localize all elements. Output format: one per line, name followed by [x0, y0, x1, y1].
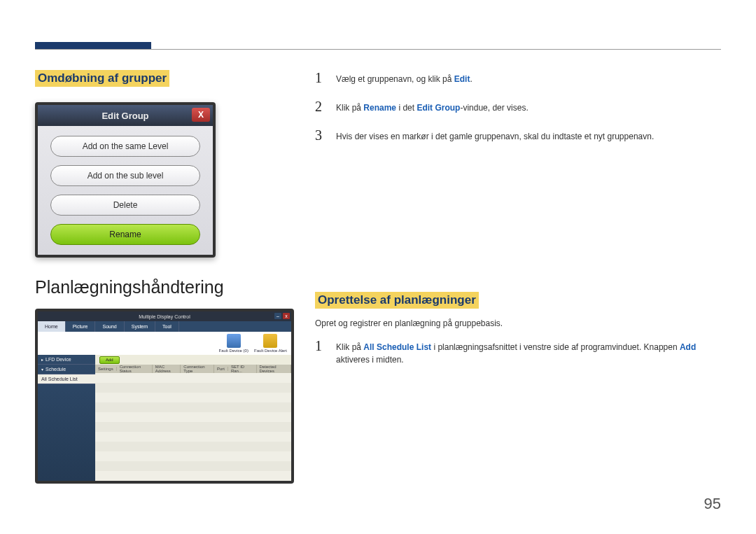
add-same-level-button[interactable]: Add on the same Level — [50, 136, 200, 157]
dialog-body: Add on the same Level Add on the sub lev… — [38, 126, 213, 255]
sidebar-schedule-label: Schedule — [46, 367, 66, 372]
step-row: 2Klik på Rename i det Edit Group-vindue,… — [315, 99, 721, 115]
step-row: 1Klik på All Schedule List i planlægning… — [315, 338, 721, 366]
mdc-toolbar: Add — [95, 355, 291, 365]
sidebar-all-schedule-label: All Schedule List — [41, 377, 78, 381]
step-text: Hvis der vises en markør i det gamle gru… — [336, 127, 654, 143]
heading-schedule-management: Planlægningshåndtering — [35, 277, 294, 297]
step-row: 3Hvis der vises en markør i det gamle gr… — [315, 127, 721, 143]
step-number: 3 — [315, 127, 325, 143]
mdc-window-title: Multiple Display Control — [139, 314, 190, 319]
text-run: . — [470, 74, 472, 84]
step-number: 2 — [315, 99, 325, 115]
mdc-column-headers: Settings Connection Status MAC Address C… — [95, 365, 291, 373]
col-detected: Detected Devices — [257, 365, 291, 373]
col-connection-status: Connection Status — [117, 365, 153, 373]
sidebar-item-schedule[interactable]: ▾ Schedule — [38, 365, 95, 374]
dialog-title: Edit Group — [102, 111, 148, 121]
col-settings: Settings — [95, 367, 117, 371]
fault-alert-group: Fault Device Alert — [254, 334, 287, 353]
step-text: Vælg et gruppenavn, og klik på Edit. — [336, 70, 472, 85]
chevron-right-icon: ▸ — [41, 357, 43, 362]
mdc-tabs: Home Picture Sound System Tool — [38, 321, 291, 332]
close-icon: X — [198, 110, 204, 120]
section2-description: Opret og registrer en planlægning på gru… — [315, 318, 721, 328]
fault-device-group: Fault Device (0) — [219, 334, 248, 353]
edit-group-dialog: Edit Group X Add on the same Level Add o… — [35, 102, 216, 258]
steps-top: 1Vælg et gruppenavn, og klik på Edit.2Kl… — [315, 70, 721, 143]
mdc-titlebar: Multiple Display Control – x — [38, 311, 291, 321]
header-rule — [35, 49, 721, 50]
rename-button[interactable]: Rename — [50, 224, 200, 245]
step-text: Klik på Rename i det Edit Group-vindue, … — [336, 99, 528, 114]
text-run: aktiveres i midten. — [336, 355, 404, 365]
dialog-close-button[interactable]: X — [192, 108, 210, 122]
dialog-titlebar: Edit Group X — [38, 105, 213, 126]
col-conn-type: Connection Type — [181, 365, 214, 373]
mdc-tab-sound[interactable]: Sound — [95, 321, 124, 332]
delete-button[interactable]: Delete — [50, 195, 200, 216]
chevron-down-icon: ▾ — [41, 367, 43, 372]
mdc-sidebar: ▸ LFD Device ▾ Schedule All Schedule Lis… — [38, 355, 95, 481]
step-text: Klik på All Schedule List i planlægnings… — [336, 338, 721, 366]
highlighted-term: Edit Group — [416, 103, 460, 113]
col-port: Port — [214, 367, 228, 371]
mdc-ribbon: Fault Device (0) Fault Device Alert — [38, 332, 291, 355]
step-row: 1Vælg et gruppenavn, og klik på Edit. — [315, 70, 721, 86]
text-run: Hvis der vises en markør i det gamle gru… — [336, 132, 654, 141]
mdc-grid — [95, 373, 291, 481]
fault-device-icon — [227, 334, 241, 348]
step-number: 1 — [315, 70, 325, 86]
right-lower-block: Oprettelse af planlægninger Opret og reg… — [315, 292, 721, 366]
mdc-tab-picture[interactable]: Picture — [66, 321, 96, 332]
text-run: i det — [396, 103, 416, 113]
highlighted-term: Rename — [363, 103, 396, 113]
mdc-tab-home[interactable]: Home — [38, 321, 66, 332]
mdc-tab-tool[interactable]: Tool — [155, 321, 179, 332]
mdc-tab-system[interactable]: System — [125, 321, 155, 332]
text-run: Klik på — [336, 342, 363, 352]
section-title-rename-groups: Omdøbning af grupper — [35, 70, 169, 87]
fault-alert-icon — [263, 334, 277, 348]
mdc-main: Add Settings Connection Status MAC Addre… — [95, 355, 291, 481]
page-number: 95 — [704, 495, 721, 513]
add-sub-level-button[interactable]: Add on the sub level — [50, 165, 200, 186]
steps-bottom: 1Klik på All Schedule List i planlægning… — [315, 338, 721, 366]
step-number: 1 — [315, 338, 325, 354]
highlighted-term: Edit — [454, 74, 470, 84]
left-column: Omdøbning af grupper Edit Group X Add on… — [35, 70, 294, 484]
sidebar-item-lfd[interactable]: ▸ LFD Device — [38, 355, 95, 365]
mdc-body: ▸ LFD Device ▾ Schedule All Schedule Lis… — [38, 355, 291, 481]
right-column: 1Vælg et gruppenavn, og klik på Edit.2Kl… — [315, 70, 721, 379]
highlighted-term: All Schedule List — [363, 342, 431, 352]
highlighted-term: Add — [680, 342, 696, 352]
col-mac: MAC Address — [153, 365, 181, 373]
fault-device-label: Fault Device (0) — [219, 349, 248, 353]
mdc-screenshot: Multiple Display Control – x Home Pictur… — [35, 309, 294, 484]
fault-alert-label: Fault Device Alert — [254, 349, 287, 353]
add-button[interactable]: Add — [99, 356, 120, 364]
mdc-close-icon[interactable]: x — [283, 313, 290, 319]
text-run: Vælg et gruppenavn, og klik på — [336, 74, 454, 84]
sidebar-lfd-label: LFD Device — [46, 357, 71, 362]
text-run: -vindue, der vises. — [460, 103, 528, 113]
col-setid: SET ID Ran... — [228, 365, 257, 373]
text-run: i planlægningsafsnittet i venstre side a… — [431, 342, 680, 352]
header-accent-bar — [35, 42, 151, 49]
text-run: Klik på — [336, 103, 363, 113]
section-title-create-schedules: Oprettelse af planlægninger — [315, 292, 479, 309]
sidebar-item-all-schedule[interactable]: All Schedule List — [38, 374, 95, 384]
mdc-minimize-icon[interactable]: – — [274, 313, 281, 319]
